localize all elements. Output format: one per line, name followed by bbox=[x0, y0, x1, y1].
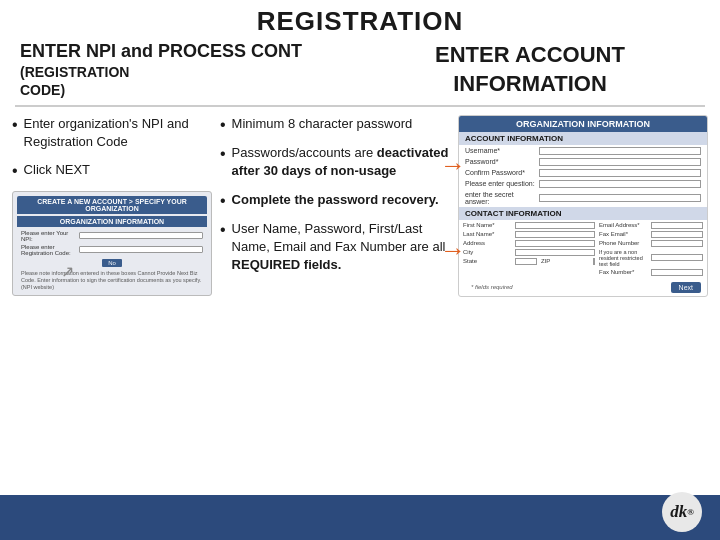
pointer-arrow: ↗ bbox=[61, 262, 74, 281]
form-input-faxemail[interactable] bbox=[651, 231, 703, 238]
form-input-lastname[interactable] bbox=[515, 231, 595, 238]
form-label-nonresident: If you are a non resident restricted tex… bbox=[599, 249, 649, 267]
ss-breadcrumb-bar: CREATE A NEW ACCOUNT > SPECIFY YOUR ORGA… bbox=[17, 196, 207, 214]
bullet-text: Enter organization's NPI and Registratio… bbox=[24, 115, 212, 151]
header-left: ENTER NPI and PROCESS CONT (REGISTRATION… bbox=[20, 41, 360, 99]
form-row-email: Email Address* bbox=[599, 222, 703, 229]
bullet-text: Passwords/accounts are deactivated after… bbox=[232, 144, 450, 180]
form-label-firstname: First Name* bbox=[463, 222, 513, 228]
bullet-text: Click NEXT bbox=[24, 161, 90, 179]
form-row-lastname: Last Name* bbox=[463, 231, 595, 238]
ss-label-regcode: Please enter Registration Code: bbox=[21, 244, 76, 256]
form-row-faxnumber: Fax Number* bbox=[599, 269, 703, 276]
right-column: → → ORGANIZATION INFORMATION ACCOUNT INF… bbox=[458, 115, 708, 297]
form-input-confirm[interactable] bbox=[539, 169, 701, 177]
form-input-firstname[interactable] bbox=[515, 222, 595, 229]
form-label-faxemail: Fax Email* bbox=[599, 231, 649, 237]
bullet-dot: • bbox=[220, 191, 226, 210]
bullet-dot: • bbox=[12, 115, 18, 134]
form-row-city: City bbox=[463, 249, 595, 256]
header-right: ENTER ACCOUNTINFORMATION bbox=[360, 41, 700, 98]
bullet-text: Complete the password recovery. bbox=[232, 191, 439, 209]
list-item: • Click NEXT bbox=[12, 161, 212, 180]
form-contact-right: Email Address* Fax Email* Phone Number I… bbox=[599, 222, 703, 278]
list-item: • Passwords/accounts are deactivated aft… bbox=[220, 144, 450, 180]
bullet-dot: • bbox=[12, 161, 18, 180]
dk-logo: dk® bbox=[662, 492, 702, 532]
form-input-city[interactable] bbox=[515, 249, 595, 256]
form-label-password: Password* bbox=[465, 158, 535, 165]
form-input-answer[interactable] bbox=[539, 194, 701, 202]
form-mockup: ORGANIZATION INFORMATION ACCOUNT INFORMA… bbox=[458, 115, 708, 297]
form-input-state[interactable] bbox=[515, 258, 537, 265]
enter-npi-label: ENTER NPI and PROCESS CONT bbox=[20, 41, 360, 63]
form-input-zip[interactable] bbox=[593, 258, 595, 265]
form-input-password[interactable] bbox=[539, 158, 701, 166]
page-title: REGISTRATION bbox=[257, 6, 464, 37]
logo-area: dk® bbox=[662, 492, 702, 532]
form-contact-area: First Name* Last Name* Address City bbox=[459, 220, 707, 280]
form-row-question: Please enter question: bbox=[459, 179, 707, 189]
form-row-phone: Phone Number bbox=[599, 240, 703, 247]
bullet-text: Minimum 8 character password bbox=[232, 115, 413, 133]
form-label-lastname: Last Name* bbox=[463, 231, 513, 237]
ss-input-npi[interactable] bbox=[79, 232, 203, 239]
bullet-dot: • bbox=[220, 144, 226, 163]
form-label-zip: ZIP bbox=[541, 258, 591, 264]
form-input-faxnumber[interactable] bbox=[651, 269, 703, 276]
form-label-city: City bbox=[463, 249, 513, 255]
enter-account-title: ENTER ACCOUNTINFORMATION bbox=[360, 41, 700, 98]
right-bullet-list: • Minimum 8 character password • Passwor… bbox=[220, 115, 450, 274]
process-cont-label: PROCESS CONT bbox=[158, 41, 302, 61]
form-label-email: Email Address* bbox=[599, 222, 649, 228]
ss-form-row-1: Please enter Your NPI: bbox=[17, 230, 207, 242]
left-column: • Enter organization's NPI and Registrat… bbox=[12, 115, 212, 297]
ss-next-btn[interactable]: No bbox=[102, 259, 122, 267]
required-note: * fields required bbox=[465, 282, 519, 292]
ss-form-row-2: Please enter Registration Code: bbox=[17, 244, 207, 256]
form-input-address[interactable] bbox=[515, 240, 595, 247]
form-input-phone[interactable] bbox=[651, 240, 703, 247]
form-row-confirm: Confirm Password* bbox=[459, 168, 707, 178]
orange-arrow-1: → bbox=[440, 150, 466, 181]
form-footer: * fields required Next bbox=[459, 280, 707, 296]
screenshot-mockup: CREATE A NEW ACCOUNT > SPECIFY YOUR ORGA… bbox=[12, 191, 212, 296]
form-label-state: State bbox=[463, 258, 513, 264]
middle-column: • Minimum 8 character password • Passwor… bbox=[220, 115, 450, 297]
bullet-dot: • bbox=[220, 220, 226, 239]
list-item: • Enter organization's NPI and Registrat… bbox=[12, 115, 212, 151]
form-input-email[interactable] bbox=[651, 222, 703, 229]
bullet-text: User Name, Password, First/Last Name, Em… bbox=[232, 220, 450, 275]
form-next-button[interactable]: Next bbox=[671, 282, 701, 293]
form-label-phone: Phone Number bbox=[599, 240, 649, 246]
header-row2: ENTER NPI and PROCESS CONT (REGISTRATION… bbox=[0, 41, 720, 105]
left-bullet-list: • Enter organization's NPI and Registrat… bbox=[12, 115, 212, 181]
form-contact-section: CONTACT INFORMATION bbox=[459, 207, 707, 220]
form-input-username[interactable] bbox=[539, 147, 701, 155]
form-row-username: Username* bbox=[459, 146, 707, 156]
form-label-answer: enter the secret answer: bbox=[465, 191, 535, 205]
form-label-question: Please enter question: bbox=[465, 180, 535, 187]
ss-section-title: ORGANIZATION INFORMATION bbox=[17, 216, 207, 227]
form-section-title: ORGANIZATION INFORMATION bbox=[459, 116, 707, 132]
orange-arrow-2: → bbox=[440, 235, 466, 266]
form-contact-left: First Name* Last Name* Address City bbox=[463, 222, 595, 278]
main-content: • Enter organization's NPI and Registrat… bbox=[0, 107, 720, 305]
form-row-answer: enter the secret answer: bbox=[459, 190, 707, 206]
form-row-password: Password* bbox=[459, 157, 707, 167]
form-account-section: ACCOUNT INFORMATION bbox=[459, 132, 707, 145]
form-label-confirm: Confirm Password* bbox=[465, 169, 535, 176]
bullet-dot: • bbox=[220, 115, 226, 134]
form-row-faxemail: Fax Email* bbox=[599, 231, 703, 238]
registration-code-label: (REGISTRATIONCODE) bbox=[20, 63, 360, 99]
form-input-nonresident[interactable] bbox=[651, 254, 703, 261]
form-label-address: Address bbox=[463, 240, 513, 246]
ss-input-regcode[interactable] bbox=[79, 246, 203, 253]
form-row-address: Address bbox=[463, 240, 595, 247]
form-input-question[interactable] bbox=[539, 180, 701, 188]
form-row-firstname: First Name* bbox=[463, 222, 595, 229]
bottom-bar: dk® bbox=[0, 495, 720, 540]
list-item: • User Name, Password, First/Last Name, … bbox=[220, 220, 450, 275]
list-item: • Complete the password recovery. bbox=[220, 191, 450, 210]
ss-description: Please note information entered in these… bbox=[17, 270, 207, 291]
